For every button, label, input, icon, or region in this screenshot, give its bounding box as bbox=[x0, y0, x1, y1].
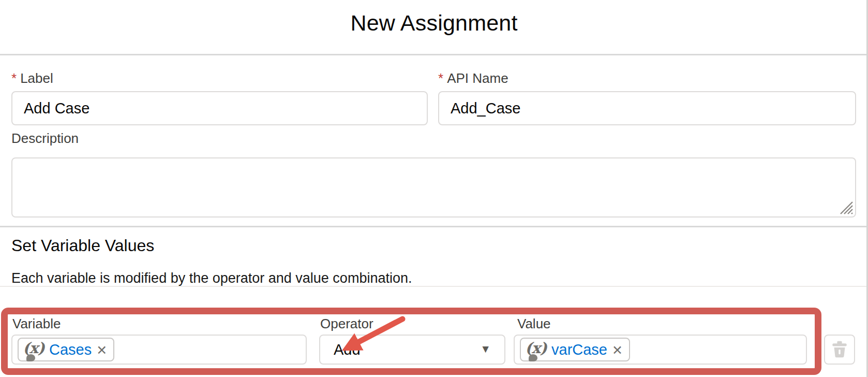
header-divider bbox=[0, 54, 868, 55]
operator-dropdown[interactable]: Add ▼ bbox=[319, 335, 505, 365]
api-name-input[interactable] bbox=[438, 91, 856, 125]
remove-value-icon[interactable]: ✕ bbox=[612, 343, 623, 357]
section-description: Each variable is modified by the operato… bbox=[11, 270, 412, 286]
description-field-label: Description bbox=[11, 130, 79, 146]
trash-icon bbox=[831, 340, 848, 359]
value-column-label: Value bbox=[517, 316, 551, 331]
variable-icon: (x) bbox=[23, 339, 44, 360]
operator-selected-value: Add bbox=[334, 341, 361, 358]
chevron-down-icon: ▼ bbox=[480, 343, 491, 355]
new-assignment-dialog: New Assignment *Label *API Name Descript… bbox=[0, 0, 868, 377]
value-input[interactable]: (x) varCase ✕ bbox=[514, 335, 807, 365]
row-top-divider bbox=[0, 286, 868, 287]
delete-row-button[interactable] bbox=[824, 335, 855, 365]
operator-column-label: Operator bbox=[320, 316, 373, 331]
variable-input[interactable]: (x) Cases ✕ bbox=[11, 335, 307, 365]
required-asterisk: * bbox=[11, 70, 17, 86]
variable-column-label: Variable bbox=[12, 316, 61, 331]
variable-pill-label: Cases bbox=[49, 341, 92, 358]
variable-icon-record-blob bbox=[26, 354, 35, 361]
label-field-label: *Label bbox=[11, 70, 53, 86]
api-name-field-label: *API Name bbox=[438, 70, 508, 86]
section-divider bbox=[0, 226, 868, 227]
remove-variable-icon[interactable]: ✕ bbox=[96, 343, 107, 357]
dialog-title: New Assignment bbox=[0, 10, 868, 36]
label-input[interactable] bbox=[11, 91, 428, 125]
section-heading: Set Variable Values bbox=[11, 236, 154, 255]
description-textarea[interactable] bbox=[11, 157, 856, 218]
required-asterisk: * bbox=[438, 70, 443, 86]
value-pill-label: varCase bbox=[551, 341, 607, 358]
textarea-resize-handle-icon[interactable] bbox=[839, 200, 854, 215]
variable-pill[interactable]: (x) Cases ✕ bbox=[18, 338, 114, 361]
variable-icon-record-blob bbox=[529, 354, 537, 361]
variable-icon: (x) bbox=[525, 339, 547, 360]
value-pill[interactable]: (x) varCase ✕ bbox=[520, 338, 630, 361]
